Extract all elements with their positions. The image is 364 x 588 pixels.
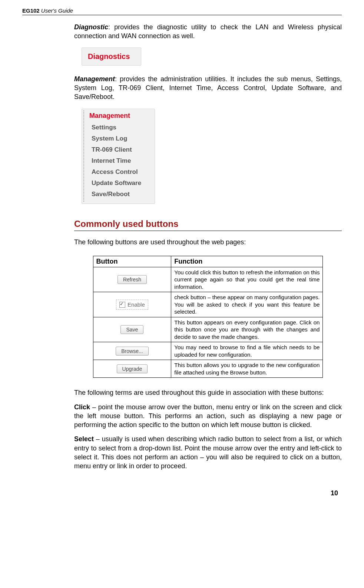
- management-label: Management: [74, 75, 115, 83]
- click-label: Click: [74, 403, 90, 411]
- enable-checkbox[interactable]: Enable: [116, 300, 148, 310]
- header-suffix: User's Guide: [40, 7, 73, 14]
- header-product: EG102: [22, 7, 40, 14]
- enable-label: Enable: [128, 301, 145, 308]
- button-cell: Upgrade: [93, 360, 171, 378]
- button-cell: Refresh: [93, 267, 171, 292]
- col-header-function: Function: [171, 256, 323, 267]
- button-cell: Save: [93, 317, 171, 342]
- mgmt-item-system-log[interactable]: System Log: [87, 133, 143, 144]
- management-menu-box: Management Settings System Log TR-069 Cl…: [82, 109, 155, 204]
- table-row: Save This button appears on every config…: [93, 317, 323, 342]
- function-cell: This button appears on every configurati…: [171, 317, 323, 342]
- mgmt-item-internet-time[interactable]: Internet Time: [87, 155, 143, 166]
- table-row: Upgrade This button allows you to upgrad…: [93, 360, 323, 378]
- page-number: 10: [22, 489, 342, 497]
- table-row: Enable check button – these appear on ma…: [93, 292, 323, 317]
- button-cell: Browse...: [93, 342, 171, 360]
- management-paragraph: Management: provides the administration …: [74, 75, 342, 102]
- function-cell: You may need to browse to find a file wh…: [171, 342, 323, 360]
- page-header: EG102 User's Guide: [22, 7, 342, 15]
- click-text: – point the mouse arrow over the button,…: [74, 403, 342, 429]
- function-cell: check button – these appear on many conf…: [171, 292, 323, 317]
- save-button[interactable]: Save: [120, 325, 143, 334]
- diagnostic-label: Diagnostic: [74, 23, 108, 31]
- diagnostics-menu-title[interactable]: Diagnostics: [88, 52, 130, 60]
- terms-intro: The following terms are used throughout …: [74, 388, 342, 397]
- section-intro: The following buttons are used throughou…: [74, 238, 342, 247]
- function-cell: This button allows you to upgrade to the…: [171, 360, 323, 378]
- table-row: Refresh You could click this button to r…: [93, 267, 323, 292]
- mgmt-item-update-software[interactable]: Update Software: [87, 178, 143, 189]
- diagnostic-text: : provides the diagnostic utility to che…: [74, 23, 342, 40]
- section-title: Commonly used buttons: [74, 219, 342, 231]
- buttons-table: Button Function Refresh You could click …: [93, 256, 323, 378]
- select-label: Select: [74, 435, 94, 443]
- browse-button[interactable]: Browse...: [116, 347, 148, 356]
- management-menu-title[interactable]: Management: [89, 112, 143, 120]
- table-row: Browse... You may need to browse to find…: [93, 342, 323, 360]
- function-cell: You could click this button to refresh t…: [171, 267, 323, 292]
- diagnostics-menu-box: Diagnostics: [82, 47, 141, 66]
- col-header-button: Button: [93, 256, 171, 267]
- mgmt-item-access-control[interactable]: Access Control: [87, 166, 143, 178]
- select-paragraph: Select – usually is used when describing…: [74, 435, 342, 470]
- mgmt-item-settings[interactable]: Settings: [87, 122, 143, 133]
- click-paragraph: Click – point the mouse arrow over the b…: [74, 403, 342, 430]
- button-cell: Enable: [93, 292, 171, 317]
- select-text: – usually is used when describing which …: [74, 435, 342, 470]
- refresh-button[interactable]: Refresh: [118, 275, 147, 284]
- mgmt-item-save-reboot[interactable]: Save/Reboot: [87, 189, 143, 200]
- table-header-row: Button Function: [93, 256, 323, 267]
- mgmt-item-tr069[interactable]: TR-069 Client: [87, 144, 143, 155]
- checkbox-icon: [119, 302, 125, 308]
- diagnostic-paragraph: Diagnostic: provides the diagnostic util…: [74, 23, 342, 41]
- upgrade-button[interactable]: Upgrade: [117, 364, 148, 373]
